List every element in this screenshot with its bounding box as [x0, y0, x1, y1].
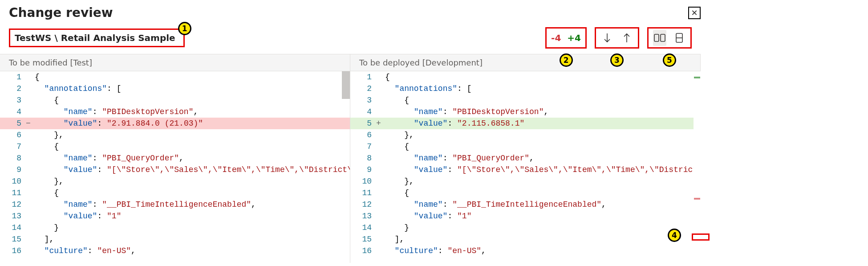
code-line[interactable]: 10 },: [0, 176, 350, 187]
minimap-callout-box: [692, 233, 710, 241]
line-number: 4: [350, 106, 376, 118]
line-number: 15: [0, 233, 26, 245]
code-line[interactable]: 8 "name": "PBI_QueryOrder",: [0, 152, 350, 164]
code-content: {: [383, 187, 409, 199]
diff-panes: 1{2 "annotations": [3 {4 "name": "PBIDes…: [0, 71, 701, 263]
code-content: "annotations": [: [33, 83, 121, 94]
code-line[interactable]: 11 {: [0, 187, 350, 199]
panes-header: To be modified [Test] To be deployed [De…: [0, 54, 701, 71]
line-number: 10: [0, 176, 26, 187]
next-diff-button[interactable]: [600, 30, 614, 46]
left-pane[interactable]: 1{2 "annotations": [3 {4 "name": "PBIDes…: [0, 71, 350, 263]
minimap-added-marker: [694, 77, 700, 78]
diff-marker: [376, 233, 383, 245]
breadcrumb-box: TestWS \ Retail Analysis Sample 1: [9, 29, 185, 47]
code-line[interactable]: 15 ],: [350, 233, 701, 245]
diff-marker: [376, 199, 383, 210]
code-line[interactable]: 14 }: [350, 222, 701, 233]
diff-marker: [26, 141, 33, 152]
code-line[interactable]: 13 "value": "1": [0, 210, 350, 222]
diff-marker: [376, 141, 383, 152]
code-content: {: [383, 94, 409, 106]
code-line[interactable]: 2 "annotations": [: [0, 83, 350, 94]
diff-marker: [26, 164, 33, 176]
code-line[interactable]: 7 {: [350, 141, 701, 152]
code-line[interactable]: 9 "value": "[\"Store\",\"Sales\",\"Item\…: [0, 164, 350, 176]
code-line[interactable]: 10 },: [350, 176, 701, 187]
callout-5: 5: [663, 53, 676, 67]
code-line[interactable]: 6 },: [0, 129, 350, 141]
line-number: 1: [0, 71, 26, 83]
code-content: }: [33, 222, 59, 233]
close-button[interactable]: ✕: [688, 7, 701, 19]
inline-view-button[interactable]: [673, 30, 686, 46]
diff-marker: [26, 129, 33, 141]
line-number: 4: [0, 106, 26, 118]
diff-marker: [376, 94, 383, 106]
line-number: 10: [350, 176, 376, 187]
code-line[interactable]: 5+ "value": "2.115.6858.1": [350, 118, 701, 129]
code-line[interactable]: 5− "value": "2.91.884.0 (21.03)": [0, 118, 350, 129]
right-pane-title: To be deployed [Development]: [350, 54, 701, 71]
left-scrollbar[interactable]: [342, 71, 350, 99]
code-line[interactable]: 4 "name": "PBIDesktopVersion",: [350, 106, 701, 118]
diff-marker: [376, 176, 383, 187]
line-number: 15: [350, 233, 376, 245]
code-line[interactable]: 8 "name": "PBI_QueryOrder",: [350, 152, 701, 164]
prev-diff-button[interactable]: [620, 30, 633, 46]
code-content: "value": "2.91.884.0 (21.03)": [33, 118, 203, 129]
line-number: 9: [350, 164, 376, 176]
inline-view-icon: [675, 33, 683, 43]
side-by-side-button[interactable]: [653, 30, 666, 46]
added-count: +4: [567, 33, 581, 43]
code-line[interactable]: 12 "name": "__PBI_TimeIntelligenceEnable…: [0, 199, 350, 210]
line-number: 5: [0, 118, 26, 129]
code-line[interactable]: 4 "name": "PBIDesktopVersion",: [0, 106, 350, 118]
code-line[interactable]: 16 "culture": "en-US",: [350, 245, 701, 257]
code-line[interactable]: 1{: [0, 71, 350, 83]
diff-counts-box: -4 +4 2: [545, 27, 587, 49]
code-line[interactable]: 14 }: [0, 222, 350, 233]
code-content: ],: [33, 233, 54, 245]
code-line[interactable]: 2 "annotations": [: [350, 83, 701, 94]
code-content: {: [33, 71, 40, 83]
code-line[interactable]: 3 {: [0, 94, 350, 106]
code-line[interactable]: 12 "name": "__PBI_TimeIntelligenceEnable…: [350, 199, 701, 210]
code-line[interactable]: 3 {: [350, 94, 701, 106]
diff-marker: [26, 222, 33, 233]
right-pane[interactable]: 1{2 "annotations": [3 {4 "name": "PBIDes…: [350, 71, 701, 263]
code-content: "value": "1": [383, 210, 471, 222]
code-content: "value": "2.115.6858.1": [383, 118, 524, 129]
diff-marker: [26, 187, 33, 199]
line-number: 16: [0, 245, 26, 257]
arrow-up-icon: [623, 33, 631, 43]
minimap-removed-marker: [694, 198, 700, 200]
diff-marker: [26, 106, 33, 118]
line-number: 6: [0, 129, 26, 141]
code-line[interactable]: 11 {: [350, 187, 701, 199]
page-title: Change review: [9, 5, 113, 20]
line-number: 8: [350, 152, 376, 164]
diff-marker: [26, 94, 33, 106]
diff-marker: [376, 187, 383, 199]
code-line[interactable]: 1{: [350, 71, 701, 83]
code-content: "name": "PBIDesktopVersion",: [383, 106, 548, 118]
code-content: {: [383, 141, 409, 152]
diff-marker: −: [26, 118, 33, 129]
code-content: "value": "1": [33, 210, 121, 222]
code-line[interactable]: 15 ],: [0, 233, 350, 245]
code-content: {: [33, 141, 59, 152]
code-line[interactable]: 9 "value": "[\"Store\",\"Sales\",\"Item\…: [350, 164, 701, 176]
code-line[interactable]: 6 },: [350, 129, 701, 141]
diff-marker: [376, 129, 383, 141]
line-number: 3: [350, 94, 376, 106]
code-line[interactable]: 13 "value": "1": [350, 210, 701, 222]
code-line[interactable]: 16 "culture": "en-US",: [0, 245, 350, 257]
code-content: },: [383, 129, 414, 141]
line-number: 3: [0, 94, 26, 106]
code-line[interactable]: 7 {: [0, 141, 350, 152]
diff-marker: [376, 164, 383, 176]
close-icon: ✕: [691, 8, 698, 17]
diff-marker: [376, 106, 383, 118]
code-content: "value": "[\"Store\",\"Sales\",\"Item\",…: [33, 164, 350, 176]
